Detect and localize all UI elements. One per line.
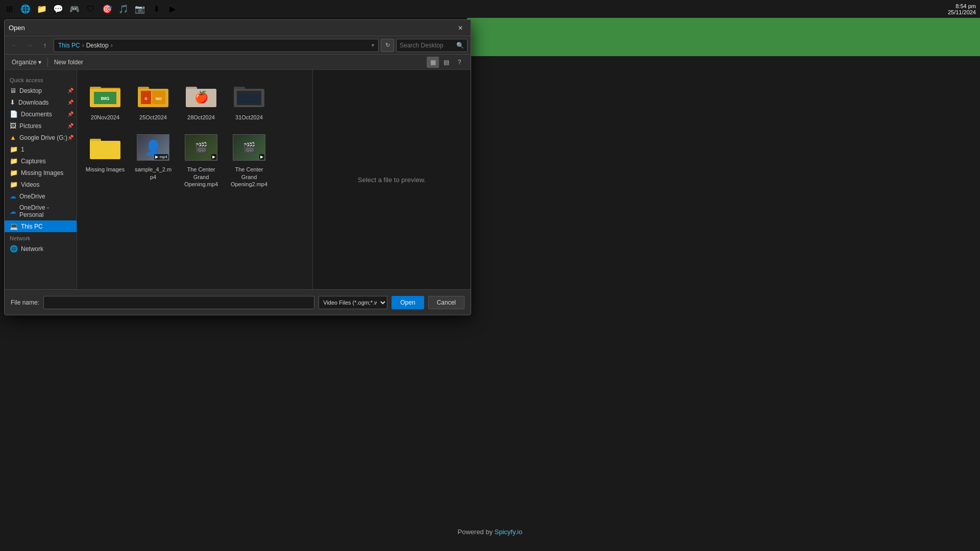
pin-icon-desktop: 📌 xyxy=(67,88,74,93)
sidebar-item-desktop[interactable]: 🖥 Desktop 📌 xyxy=(5,85,77,96)
organize-label: Organize xyxy=(12,59,37,66)
search-box: 🔍 xyxy=(396,39,468,52)
quick-access-header: Quick access xyxy=(10,77,43,83)
address-part-thispc: This PC xyxy=(58,42,80,49)
sidebar-item-googledrive[interactable]: ▲ Google Drive (G:) 📌 xyxy=(5,132,77,143)
sidebar-label-videos: Videos xyxy=(21,181,39,188)
svg-text:NO: NO xyxy=(156,96,162,101)
sidebar-label-thispc: This PC xyxy=(21,223,43,230)
spicyfy-link[interactable]: Spicyfy.io xyxy=(495,528,523,536)
sidebar-item-missingimages[interactable]: 📁 Missing Images xyxy=(5,167,77,179)
sidebar-item-pictures[interactable]: 🖼 Pictures 📌 xyxy=(5,120,77,132)
up-button[interactable]: ↑ xyxy=(38,39,52,52)
powered-by: Powered by Spicyfy.io xyxy=(458,528,523,536)
dialog-main: Quick access 🖥 Desktop 📌 ⬇ Downloads 📌 📄… xyxy=(5,70,471,289)
network-header: Network xyxy=(10,235,30,241)
sidebar-item-captures[interactable]: 📁 Captures xyxy=(5,155,77,167)
filename-label: File name: xyxy=(11,299,39,306)
videos-icon: 📁 xyxy=(10,181,18,188)
sidebar-label-desktop: Desktop xyxy=(19,87,42,94)
file-label-28oct: 28Oct2024 xyxy=(187,114,215,121)
sidebar-label-network: Network xyxy=(21,245,43,253)
app5-icon[interactable]: 🛡 xyxy=(84,2,98,16)
open-button[interactable]: Open xyxy=(391,296,424,309)
dialog-navbar: ← → ↑ This PC › Desktop › ▾ ↻ 🔍 xyxy=(5,36,471,55)
preview-text: Select a file to preview. xyxy=(358,176,426,184)
sidebar-label-onedrive-personal: OneDrive - Personal xyxy=(19,204,71,218)
search-icon[interactable]: 🔍 xyxy=(456,42,464,49)
file-item-25oct[interactable]: S NO 25Oct2024 xyxy=(130,75,176,125)
app3-icon[interactable]: 💬 xyxy=(51,2,65,16)
onedrive-personal-icon: ☁ xyxy=(10,208,16,215)
files-grid: IMG 20Nov2024 xyxy=(82,75,307,192)
video-icon-center1: 🎬 ▶ xyxy=(185,131,217,164)
file-item-center2[interactable]: 🎬 ▶ The Center Grand Opening2.mp4 xyxy=(226,127,272,192)
app6-icon[interactable]: 🎯 xyxy=(100,2,114,16)
svg-text:🍎: 🍎 xyxy=(194,90,209,104)
sidebar-item-videos[interactable]: 📁 Videos xyxy=(5,179,77,190)
view-help-button[interactable]: ? xyxy=(453,57,465,68)
sidebar-item-1[interactable]: 📁 1 xyxy=(5,143,77,155)
svg-rect-24 xyxy=(90,141,120,159)
folder-icon-31oct xyxy=(233,79,265,112)
dialog-bottom: File name: Video Files (*.ogm;*.wmv;*.mp… xyxy=(5,289,471,315)
address-bar[interactable]: This PC › Desktop › ▾ xyxy=(54,39,379,52)
file-label-center1: The Center Grand Opening.mp4 xyxy=(181,166,221,188)
sidebar-label-onedrive: OneDrive xyxy=(19,193,45,200)
file-label-sample42: sample_4_2.mp4 xyxy=(133,166,173,181)
file-label-25oct: 25Oct2024 xyxy=(139,114,167,121)
start-button[interactable]: ⊞ xyxy=(2,2,16,16)
address-sep2: › xyxy=(111,42,113,49)
file-label-20nov: 20Nov2024 xyxy=(91,114,119,121)
taskbar-right: 8:54 pm 25/11/2024 xyxy=(948,3,980,15)
file-item-20nov[interactable]: IMG 20Nov2024 xyxy=(82,75,128,125)
back-button[interactable]: ← xyxy=(8,39,21,52)
file-item-missing[interactable]: Missing Images xyxy=(82,127,128,192)
file-item-28oct[interactable]: 🍎 28Oct2024 xyxy=(178,75,224,125)
app10-icon[interactable]: ▶ xyxy=(165,2,180,16)
documents-icon: 📄 xyxy=(10,110,18,118)
sidebar-label-pictures: Pictures xyxy=(19,122,41,130)
filename-input[interactable] xyxy=(43,296,314,309)
file-item-center1[interactable]: 🎬 ▶ The Center Grand Opening.mp4 xyxy=(178,127,224,192)
new-folder-button[interactable]: New folder xyxy=(52,58,85,67)
pin-icon-googledrive: 📌 xyxy=(67,135,74,140)
file-item-31oct[interactable]: 31Oct2024 xyxy=(226,75,272,125)
open-dialog-overlay: Open ✕ ← → ↑ This PC › Desktop › ▾ ↻ 🔍 xyxy=(4,19,471,315)
sidebar-label-1: 1 xyxy=(21,146,24,153)
close-button[interactable]: ✕ xyxy=(454,22,467,34)
sidebar-label-documents: Documents xyxy=(21,111,52,118)
chrome-icon[interactable]: 🌐 xyxy=(18,2,33,16)
folder-icon-missing xyxy=(89,131,121,164)
svg-rect-21 xyxy=(238,94,260,103)
app7-icon[interactable]: 🎵 xyxy=(116,2,131,16)
pin-icon-pictures: 📌 xyxy=(67,123,74,129)
app9-icon[interactable]: ⬇ xyxy=(149,2,163,16)
search-input[interactable] xyxy=(400,42,454,49)
sidebar-item-documents[interactable]: 📄 Documents 📌 xyxy=(5,108,77,120)
organize-button[interactable]: Organize ▾ xyxy=(10,58,43,67)
filetype-select[interactable]: Video Files (*.ogm;*.wmv;*.mp4) All File… xyxy=(318,296,387,309)
sidebar: Quick access 🖥 Desktop 📌 ⬇ Downloads 📌 📄… xyxy=(5,70,77,289)
taskbar: ⊞ 🌐 📁 💬 🎮 🛡 🎯 🎵 📷 ⬇ ▶ 8:54 pm 25/11/2024 xyxy=(0,0,980,18)
refresh-button[interactable]: ↻ xyxy=(381,39,394,52)
file-label-center2: The Center Grand Opening2.mp4 xyxy=(229,166,269,188)
app8-icon[interactable]: 📷 xyxy=(133,2,147,16)
sidebar-item-downloads[interactable]: ⬇ Downloads 📌 xyxy=(5,96,77,108)
sidebar-item-thispc[interactable]: 💻 This PC xyxy=(5,220,77,232)
files-icon[interactable]: 📁 xyxy=(35,2,49,16)
downloads-icon: ⬇ xyxy=(10,98,15,106)
pin-icon-downloads: 📌 xyxy=(67,99,74,105)
app4-icon[interactable]: 🎮 xyxy=(67,2,82,16)
googledrive-icon: ▲ xyxy=(10,134,16,141)
missingimages-icon: 📁 xyxy=(10,169,18,177)
sidebar-item-onedrive-personal[interactable]: ☁ OneDrive - Personal xyxy=(5,202,77,220)
file-item-sample42[interactable]: 👤 ▶ mp4 sample_4_2.mp4 xyxy=(130,127,176,192)
view-list-button[interactable]: ▤ xyxy=(440,57,452,68)
view-medium-icons-button[interactable]: ▦ xyxy=(427,57,439,68)
sidebar-item-onedrive[interactable]: ☁ OneDrive xyxy=(5,190,77,202)
sidebar-item-network[interactable]: 🌐 Network xyxy=(5,243,77,255)
new-folder-label: New folder xyxy=(54,59,83,66)
forward-button[interactable]: → xyxy=(23,39,36,52)
cancel-button[interactable]: Cancel xyxy=(428,296,464,309)
